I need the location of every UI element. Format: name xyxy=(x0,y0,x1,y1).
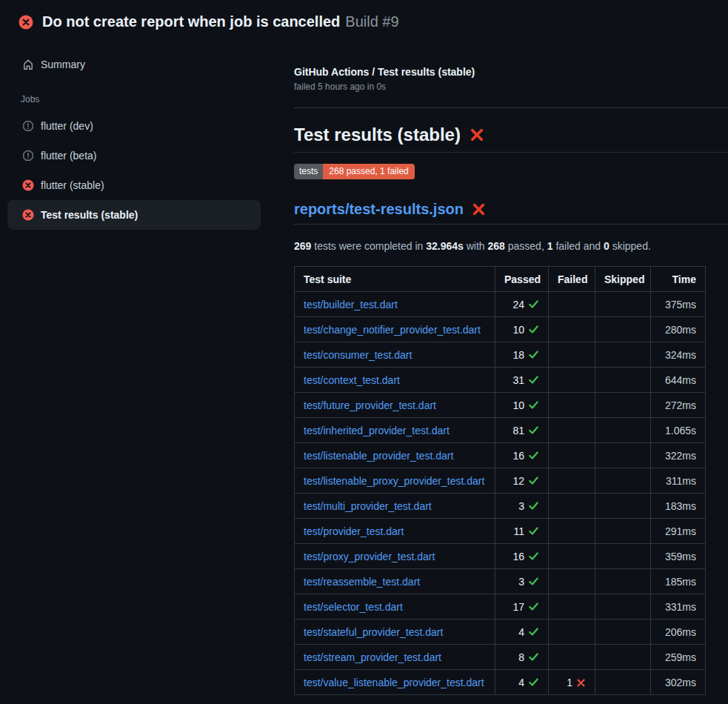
failed-icon xyxy=(22,209,34,221)
test-suite-cell: test/selector_test.dart xyxy=(295,594,495,620)
table-row: test/multi_provider_test.dart3183ms xyxy=(295,494,706,519)
table-row: test/context_test.dart31644ms xyxy=(295,368,706,393)
time-cell: 311ms xyxy=(651,468,706,494)
test-suite-cell: test/stream_provider_test.dart xyxy=(295,645,495,670)
test-suite-link[interactable]: test/builder_test.dart xyxy=(304,299,398,311)
failed-count: 1 xyxy=(567,677,572,688)
passed-count: 4 xyxy=(518,677,524,688)
test-suite-link[interactable]: test/inherited_provider_test.dart xyxy=(304,425,450,436)
failed-cell xyxy=(549,342,595,368)
test-suite-cell: test/listenable_proxy_provider_test.dart xyxy=(295,468,495,494)
test-suite-link[interactable]: test/future_provider_test.dart xyxy=(304,399,436,411)
test-suite-link[interactable]: test/listenable_provider_test.dart xyxy=(304,450,453,462)
test-suite-link[interactable]: test/reassemble_test.dart xyxy=(304,576,420,588)
time-cell: 259ms xyxy=(651,645,706,670)
test-suite-link[interactable]: test/stream_provider_test.dart xyxy=(304,651,441,663)
passed-cell: 3 xyxy=(495,494,549,519)
table-row: test/proxy_provider_test.dart16359ms xyxy=(295,544,706,569)
test-suite-link[interactable]: test/selector_test.dart xyxy=(304,601,403,613)
table-header-row: Test suite Passed Failed Skipped Time xyxy=(295,267,706,292)
skipped-cell xyxy=(595,342,651,368)
test-suite-cell: test/inherited_provider_test.dart xyxy=(295,418,495,443)
test-suite-link[interactable]: test/provider_test.dart xyxy=(304,525,404,537)
section-title: Test results (stable) xyxy=(294,124,728,153)
passed-cell: 24 xyxy=(495,292,549,317)
col-header-skipped: Skipped xyxy=(595,267,651,292)
passed-cell: 4 xyxy=(495,620,549,645)
run-status-text: failed 5 hours ago in 0s xyxy=(294,82,728,92)
test-suite-link[interactable]: test/value_listenable_provider_test.dart xyxy=(304,677,484,688)
sidebar-item-flutter-beta[interactable]: flutter (beta) xyxy=(7,141,261,170)
test-suite-link[interactable]: test/proxy_provider_test.dart xyxy=(304,551,435,562)
summary-segment: tests were completed in xyxy=(311,240,426,252)
report-file-link[interactable]: reports/test-results.json xyxy=(294,201,464,218)
time-cell: 206ms xyxy=(651,620,706,645)
summary-line: 269 tests were completed in 32.964s with… xyxy=(294,240,728,252)
check-icon xyxy=(528,525,539,537)
check-icon xyxy=(528,450,539,461)
test-suite-link[interactable]: test/stateful_provider_test.dart xyxy=(304,626,443,638)
check-icon xyxy=(528,374,539,385)
passed-count: 18 xyxy=(512,349,524,361)
check-icon xyxy=(528,626,539,637)
passed-count: 3 xyxy=(518,500,524,512)
failed-icon xyxy=(22,179,34,191)
col-header-failed: Failed xyxy=(549,267,595,292)
skipped-cell xyxy=(595,620,651,645)
passed-cell: 18 xyxy=(495,342,549,368)
failed-cell xyxy=(549,519,595,544)
passed-cell: 10 xyxy=(495,317,549,342)
time-cell: 302ms xyxy=(651,670,706,695)
sidebar-item-summary[interactable]: Summary xyxy=(7,50,261,79)
sidebar-item-flutter-stable[interactable]: flutter (stable) xyxy=(7,170,261,200)
test-suite-link[interactable]: test/listenable_proxy_provider_test.dart xyxy=(304,475,484,487)
time-cell: 1.065s xyxy=(651,418,706,443)
failed-cell xyxy=(549,468,595,494)
test-suite-cell: test/provider_test.dart xyxy=(295,519,495,544)
summary-segment: 32.964s xyxy=(426,240,464,252)
passed-cell: 3 xyxy=(495,569,549,594)
test-suite-cell: test/proxy_provider_test.dart xyxy=(295,544,495,569)
table-row: test/builder_test.dart24375ms xyxy=(295,292,706,317)
passed-cell: 31 xyxy=(495,368,549,393)
test-suite-cell: test/reassemble_test.dart xyxy=(295,569,495,594)
failed-cell xyxy=(549,317,595,342)
skipped-cell xyxy=(595,317,651,342)
table-row: test/future_provider_test.dart10272ms xyxy=(295,393,706,418)
failed-cell xyxy=(549,393,595,418)
sidebar-item-flutter-dev[interactable]: flutter (dev) xyxy=(7,111,261,141)
check-icon xyxy=(528,551,539,562)
sidebar-item-test-results-stable[interactable]: Test results (stable) xyxy=(7,200,261,230)
table-row: test/listenable_provider_test.dart16322m… xyxy=(295,443,706,468)
test-suite-link[interactable]: test/context_test.dart xyxy=(304,374,400,386)
time-cell: 324ms xyxy=(651,342,706,368)
test-suite-cell: test/context_test.dart xyxy=(295,368,495,393)
summary-segment: skipped. xyxy=(610,240,651,252)
failed-cell xyxy=(549,544,595,569)
test-suite-cell: test/builder_test.dart xyxy=(295,292,495,317)
test-results-table: Test suite Passed Failed Skipped Time te… xyxy=(294,266,706,695)
test-suite-link[interactable]: test/change_notifier_provider_test.dart xyxy=(304,324,481,336)
passed-count: 16 xyxy=(512,551,524,562)
time-cell: 272ms xyxy=(651,393,706,418)
cross-mark-icon xyxy=(470,127,484,142)
test-suite-link[interactable]: test/consumer_test.dart xyxy=(304,349,412,361)
passed-cell: 16 xyxy=(495,443,549,468)
check-icon xyxy=(528,399,539,411)
time-cell: 375ms xyxy=(651,292,706,317)
test-suite-link[interactable]: test/multi_provider_test.dart xyxy=(304,500,432,512)
time-cell: 644ms xyxy=(651,368,706,393)
check-icon xyxy=(528,677,539,688)
passed-count: 10 xyxy=(512,399,524,411)
check-icon xyxy=(528,475,539,486)
passed-cell: 8 xyxy=(495,645,549,670)
passed-count: 8 xyxy=(518,651,524,663)
failed-cell xyxy=(549,368,595,393)
check-icon xyxy=(528,651,539,663)
passed-cell: 4 xyxy=(495,670,549,695)
skipped-cell xyxy=(595,368,651,393)
sidebar-item-label: flutter (dev) xyxy=(41,120,93,132)
col-header-test-suite: Test suite xyxy=(295,267,495,292)
time-cell: 280ms xyxy=(651,317,706,342)
passed-count: 31 xyxy=(512,374,524,386)
